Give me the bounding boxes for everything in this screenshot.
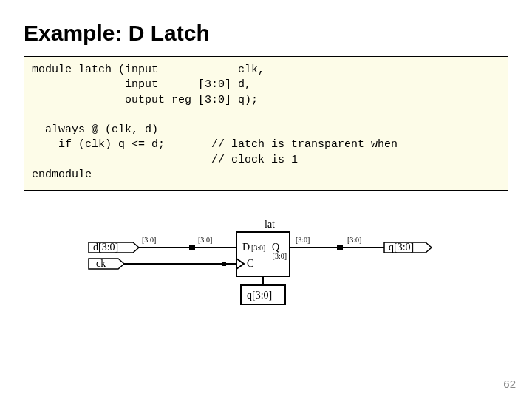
svg-rect-9 <box>337 245 343 250</box>
wire-d-bus-left: [3:0] <box>142 236 156 244</box>
port-d: D <box>242 242 250 253</box>
slide-title: Example: D Latch <box>24 21 508 46</box>
schematic-diagram: .lab { font: 14px "Times New Roman", ser… <box>24 213 508 316</box>
pin-q-label: q[3:0] <box>389 242 414 253</box>
port-q-bus: [3:0] <box>273 252 287 260</box>
port-q: Q <box>272 242 279 253</box>
port-d-bus: [3:0] <box>251 244 265 252</box>
block-title: lat <box>265 219 275 230</box>
svg-marker-4 <box>89 259 124 269</box>
wire-d-bus-right: [3:0] <box>198 236 212 244</box>
bus-bottom-label: q[3:0] <box>247 290 272 301</box>
pin-ck-label: ck <box>96 258 106 269</box>
svg-rect-6 <box>222 262 226 266</box>
port-c: C <box>247 258 253 269</box>
page-number: 62 <box>503 378 516 390</box>
wire-q-bus-right: [3:0] <box>347 236 361 244</box>
pin-d-label: d[3:0] <box>93 242 118 253</box>
code-listing: module latch (input clk, input [3:0] d, … <box>24 56 508 191</box>
svg-rect-2 <box>189 245 195 250</box>
wire-q-bus-left: [3:0] <box>296 236 310 244</box>
